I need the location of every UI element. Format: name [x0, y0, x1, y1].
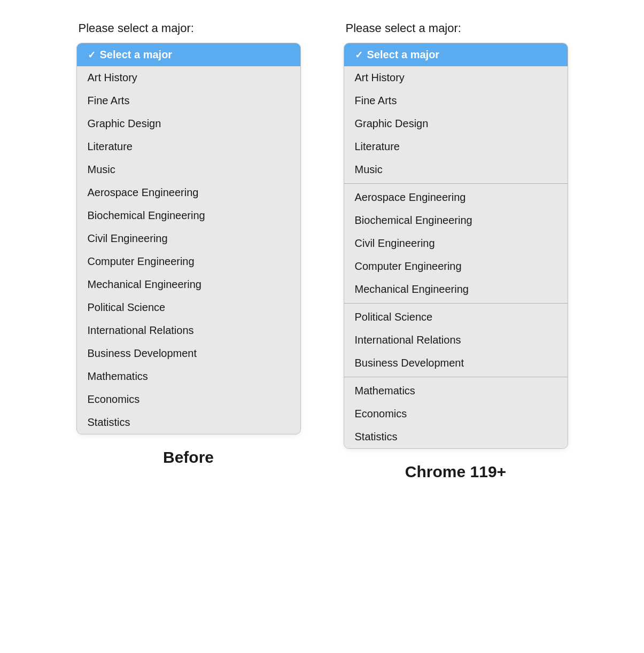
list-item[interactable]: Graphic Design [77, 112, 300, 135]
checkmark-icon: ✓ [88, 49, 96, 61]
list-item[interactable]: Music [344, 158, 568, 181]
list-item[interactable]: International Relations [77, 319, 300, 342]
list-item[interactable]: Fine Arts [77, 89, 300, 112]
list-item[interactable]: Statistics [344, 425, 568, 448]
before-dropdown[interactable]: ✓ Select a major Art History Fine Arts G… [76, 43, 301, 434]
after-prompt: Please select a major: [344, 21, 461, 35]
list-item[interactable]: Computer Engineering [344, 255, 568, 278]
list-item[interactable]: Literature [344, 135, 568, 158]
list-item[interactable]: Biochemical Engineering [344, 209, 568, 232]
after-selected-item[interactable]: ✓ Select a major [344, 43, 568, 66]
before-column: Please select a major: ✓ Select a major … [76, 21, 301, 467]
after-column: Please select a major: ✓ Select a major … [344, 21, 568, 481]
list-item[interactable]: Graphic Design [344, 112, 568, 135]
before-selected-label: Select a major [100, 49, 173, 61]
after-selected-label: Select a major [367, 49, 440, 61]
list-item[interactable]: Literature [77, 135, 300, 158]
list-item[interactable]: Statistics [77, 411, 300, 434]
list-item[interactable]: Aerospace Engineering [344, 186, 568, 209]
list-item[interactable]: Economics [344, 402, 568, 425]
list-item[interactable]: Fine Arts [344, 89, 568, 112]
list-item[interactable]: Political Science [77, 296, 300, 319]
list-item[interactable]: Mathematics [77, 365, 300, 388]
after-dropdown[interactable]: ✓ Select a major Art History Fine Arts G… [344, 43, 568, 449]
page-container: Please select a major: ✓ Select a major … [12, 21, 632, 481]
list-item[interactable]: Computer Engineering [77, 250, 300, 273]
list-item[interactable]: Mechanical Engineering [344, 278, 568, 301]
group-separator [344, 183, 568, 184]
before-prompt: Please select a major: [76, 21, 194, 35]
before-selected-item[interactable]: ✓ Select a major [77, 43, 300, 66]
list-item[interactable]: Civil Engineering [344, 232, 568, 255]
list-item[interactable]: International Relations [344, 329, 568, 352]
checkmark-icon: ✓ [355, 49, 363, 61]
after-column-label: Chrome 119+ [405, 463, 506, 481]
list-item[interactable]: Business Development [77, 342, 300, 365]
list-item[interactable]: Art History [344, 66, 568, 89]
list-item[interactable]: Art History [77, 66, 300, 89]
list-item[interactable]: Aerospace Engineering [77, 181, 300, 204]
list-item[interactable]: Mechanical Engineering [77, 273, 300, 296]
list-item[interactable]: Political Science [344, 306, 568, 329]
list-item[interactable]: Music [77, 158, 300, 181]
before-column-label: Before [163, 448, 214, 467]
list-item[interactable]: Civil Engineering [77, 227, 300, 250]
list-item[interactable]: Biochemical Engineering [77, 204, 300, 227]
list-item[interactable]: Economics [77, 388, 300, 411]
group-separator [344, 377, 568, 377]
group-separator [344, 303, 568, 304]
list-item[interactable]: Mathematics [344, 379, 568, 402]
list-item[interactable]: Business Development [344, 352, 568, 375]
